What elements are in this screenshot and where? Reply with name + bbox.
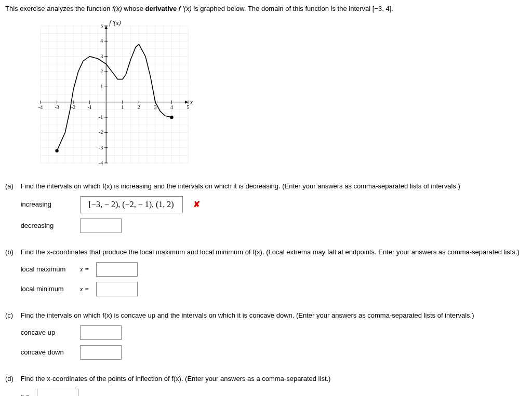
part-b-prompt: Find the x-coordinates that produce the … bbox=[21, 248, 520, 256]
eq-label-min: x = bbox=[80, 284, 89, 294]
svg-text:1: 1 bbox=[121, 104, 124, 110]
svg-text:x: x bbox=[190, 99, 193, 106]
svg-text:5: 5 bbox=[187, 104, 190, 110]
svg-point-81 bbox=[170, 116, 173, 119]
intro-mid: whose bbox=[122, 5, 145, 12]
chart-svg: -4-3-2-112345-4-3-2-112345f '(x)x bbox=[31, 17, 197, 172]
part-d-prompt: Find the x-coordinates of the points of … bbox=[21, 375, 331, 383]
decreasing-input[interactable] bbox=[80, 219, 122, 233]
concave-down-label: concave down bbox=[21, 348, 73, 357]
svg-marker-40 bbox=[185, 101, 188, 104]
intro-fpx: f '(x) bbox=[177, 5, 191, 12]
svg-text:4: 4 bbox=[170, 104, 173, 110]
part-c-prompt: Find the intervals on which f(x) is conc… bbox=[21, 311, 474, 319]
svg-text:-4: -4 bbox=[99, 160, 103, 166]
part-d-label: (d) bbox=[5, 374, 19, 384]
part-a-label: (a) bbox=[5, 182, 19, 191]
wrong-icon: ✘ bbox=[193, 199, 200, 210]
intro-post: is graphed below. The domain of this fun… bbox=[192, 5, 393, 12]
intro-bold: derivative bbox=[145, 5, 177, 12]
svg-text:-2: -2 bbox=[71, 104, 75, 110]
local-min-label: local minimum bbox=[21, 284, 73, 294]
svg-text:-1: -1 bbox=[99, 114, 103, 120]
eq-label-d: x = bbox=[21, 391, 30, 396]
concave-up-input[interactable] bbox=[80, 325, 122, 340]
svg-text:-4: -4 bbox=[38, 104, 43, 110]
part-a: (a) Find the intervals on which f(x) is … bbox=[5, 182, 527, 238]
intro-pre: This exercise analyzes the function bbox=[5, 5, 112, 12]
part-a-prompt: Find the intervals on which f(x) is incr… bbox=[21, 182, 460, 190]
local-max-input[interactable] bbox=[96, 262, 138, 277]
concave-down-input[interactable] bbox=[80, 345, 122, 360]
local-min-input[interactable] bbox=[96, 282, 138, 296]
part-c: (c) Find the intervals on which f(x) is … bbox=[5, 311, 527, 365]
svg-text:1: 1 bbox=[100, 84, 103, 90]
svg-point-80 bbox=[55, 149, 58, 153]
svg-text:-2: -2 bbox=[99, 130, 103, 135]
svg-text:4: 4 bbox=[100, 38, 103, 44]
intro-text: This exercise analyzes the function f(x)… bbox=[5, 4, 527, 13]
svg-text:-3: -3 bbox=[99, 145, 103, 151]
svg-text:3: 3 bbox=[154, 104, 156, 110]
svg-text:5: 5 bbox=[100, 23, 103, 29]
part-b-label: (b) bbox=[5, 248, 19, 257]
part-c-label: (c) bbox=[5, 311, 19, 320]
svg-text:3: 3 bbox=[100, 53, 103, 59]
svg-text:-3: -3 bbox=[55, 104, 59, 110]
concave-up-label: concave up bbox=[21, 328, 73, 337]
intro-fx: f(x) bbox=[112, 5, 122, 12]
svg-text:2: 2 bbox=[100, 69, 103, 74]
inflection-input[interactable] bbox=[37, 389, 78, 396]
svg-marker-41 bbox=[104, 26, 108, 29]
part-d: (d) Find the x-coordinates of the points… bbox=[5, 374, 527, 396]
svg-text:2: 2 bbox=[138, 104, 140, 110]
increasing-label: increasing bbox=[21, 200, 73, 209]
eq-label-max: x = bbox=[80, 265, 89, 274]
part-b: (b) Find the x-coordinates that produce … bbox=[5, 248, 527, 302]
increasing-answer-box[interactable]: [−3, − 2), (−2, − 1), (1, 2) bbox=[80, 196, 183, 213]
derivative-graph: -4-3-2-112345-4-3-2-112345f '(x)x bbox=[31, 17, 527, 172]
svg-text:f '(x): f '(x) bbox=[109, 19, 121, 26]
local-max-label: local maximum bbox=[21, 265, 73, 274]
svg-text:-1: -1 bbox=[87, 104, 91, 110]
decreasing-label: decreasing bbox=[21, 221, 73, 230]
